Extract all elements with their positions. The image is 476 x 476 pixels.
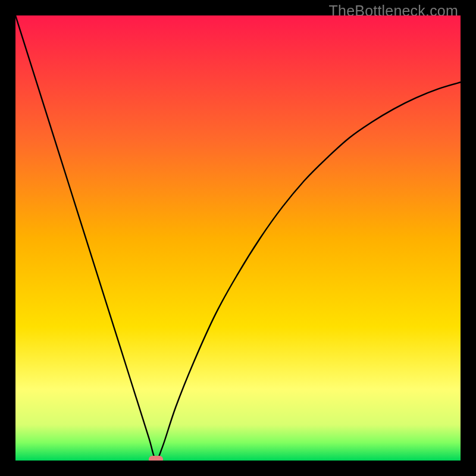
optimal-point-marker — [149, 456, 163, 461]
plot-area — [15, 15, 461, 461]
chart-frame: TheBottleneck.com — [0, 0, 476, 476]
gradient-background — [15, 15, 461, 461]
chart-svg — [15, 15, 461, 461]
